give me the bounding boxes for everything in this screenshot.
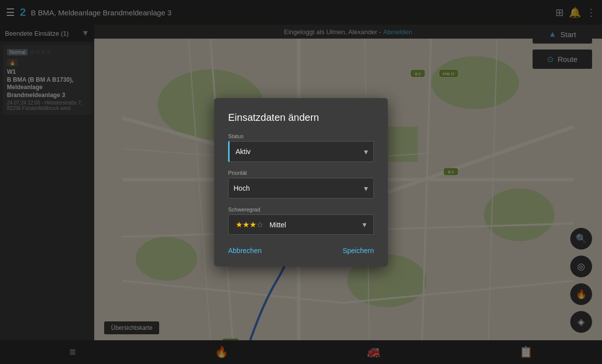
priority-select-wrapper: Hoch Mittel Niedrig ▾ [228,178,374,199]
severity-label: Schweregrad [228,207,374,212]
severity-stars: ★★★☆ Mittel [236,220,286,229]
status-field: Status Aktiv Inaktiv Abgeschlossen ▾ [228,133,374,162]
severity-select-wrapper: ★★★☆ Mittel ▾ [228,214,374,235]
modal-overlay: Einsatzdaten ändern Status Aktiv Inaktiv… [0,0,602,364]
severity-select-display[interactable]: ★★★☆ Mittel ▾ [228,214,374,235]
save-button[interactable]: Speichern [343,247,374,255]
status-label: Status [228,133,374,139]
modal-title: Einsatzdaten ändern [228,112,374,123]
modal-footer: Abbrechen Speichern [228,247,374,255]
status-select[interactable]: Aktiv Inaktiv Abgeschlossen [228,141,374,162]
chevron-down-icon: ▾ [362,220,366,229]
empty-star: ☆ [256,220,263,229]
priority-select[interactable]: Hoch Mittel Niedrig [228,178,374,199]
priority-field: Priorität Hoch Mittel Niedrig ▾ [228,170,374,199]
severity-field: Schweregrad ★★★☆ Mittel ▾ [228,207,374,235]
priority-label: Priorität [228,170,374,176]
filled-stars: ★★★ [236,220,256,229]
modal-dialog: Einsatzdaten ändern Status Aktiv Inaktiv… [214,98,388,266]
status-select-wrapper: Aktiv Inaktiv Abgeschlossen ▾ [228,141,374,162]
severity-text: Mittel [269,221,286,229]
cancel-button[interactable]: Abbrechen [228,247,262,255]
